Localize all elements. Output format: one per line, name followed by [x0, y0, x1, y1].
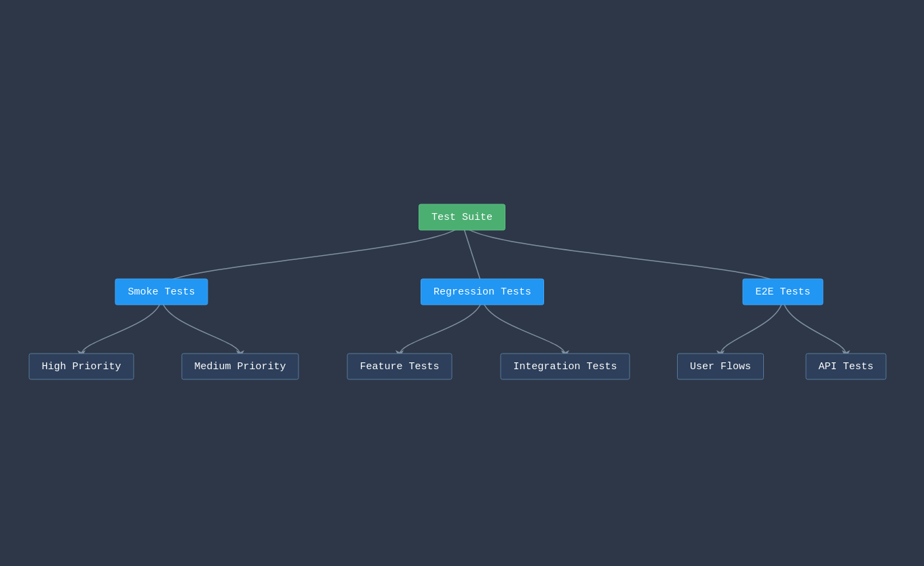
node-e2e-tests[interactable]: E2E Tests	[742, 279, 823, 305]
node-smoke-tests[interactable]: Smoke Tests	[115, 279, 208, 305]
node-user-flows[interactable]: User Flows	[677, 354, 764, 380]
svg-line-0	[462, 223, 482, 286]
diagram-container: Test Suite Smoke Tests Regression Tests …	[0, 0, 924, 566]
node-integration-tests[interactable]: Integration Tests	[500, 354, 630, 380]
node-feature-tests[interactable]: Feature Tests	[347, 354, 452, 380]
node-regression-tests[interactable]: Regression Tests	[421, 279, 544, 305]
node-api-tests[interactable]: API Tests	[805, 354, 886, 380]
node-high-priority[interactable]: High Priority	[28, 354, 134, 380]
node-root[interactable]: Test Suite	[419, 204, 505, 231]
node-medium-priority[interactable]: Medium Priority	[181, 354, 299, 380]
